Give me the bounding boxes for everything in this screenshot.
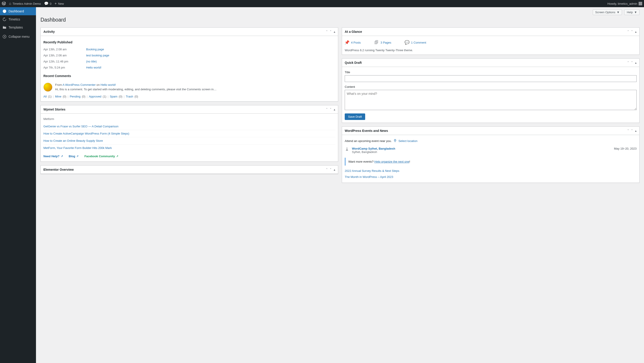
elementor-overview-widget: Elementor Overview ˄ ˅ ▴ (40, 165, 338, 174)
filter-mine[interactable]: Mine (55, 95, 62, 98)
wp-logo-menu[interactable] (2, 1, 6, 6)
post-link[interactable]: Hello world! (86, 66, 102, 69)
admin-bar: ⌂ Timetics Admin Demo 💬 0 + New Howdy, t… (0, 0, 644, 7)
move-down-icon[interactable]: ˅ (330, 168, 332, 171)
comments-menu[interactable]: 💬 0 (44, 2, 52, 5)
glance-pages-link[interactable]: 🗐 3 Pages (374, 40, 391, 45)
move-up-icon[interactable]: ˄ (326, 30, 328, 33)
chevron-down-icon: ▼ (634, 10, 637, 14)
chevron-down-icon: ▼ (617, 10, 620, 14)
post-link[interactable]: Booking page (86, 48, 104, 51)
avatar (638, 2, 642, 5)
admin-sidebar: Dashboard Timetics Templates Collapse me… (0, 7, 36, 363)
screen-options-button[interactable]: Screen Options ▼ (593, 9, 622, 15)
filter-spam-count: (0) (119, 95, 122, 98)
draft-content-textarea[interactable] (345, 90, 636, 110)
need-help-link[interactable]: Need Help? ↗ (44, 155, 63, 158)
comment-from-label: From (55, 83, 62, 86)
collapse-icon (2, 34, 7, 39)
external-link-icon: ↗ (76, 155, 78, 158)
published-item: Apr 7th, 5:24 pm Hello world! (44, 64, 335, 70)
move-down-icon[interactable]: ˅ (631, 61, 633, 64)
comment-author-link[interactable]: A WordPress Commenter (62, 83, 96, 86)
commenter-avatar (44, 83, 52, 92)
toggle-panel-icon[interactable]: ▴ (635, 30, 636, 33)
organize-link[interactable]: Help organize the next one (374, 160, 409, 163)
event-name-link[interactable]: WordCamp Sylhet, Bangladesh (352, 147, 395, 150)
story-link[interactable]: GetGenie vs Frase vs Surfer SEO — A Deta… (44, 123, 335, 130)
comment-excerpt: Hi, this is a comment. To get started wi… (55, 88, 216, 91)
comment-filters: All (1) | Mine (0) | Pending (0) | Appro… (44, 92, 335, 99)
post-link[interactable]: test booking page (86, 54, 109, 57)
toggle-panel-icon[interactable]: ▴ (635, 61, 636, 64)
move-up-icon[interactable]: ˄ (627, 30, 629, 33)
news-link[interactable]: The Month in WordPress – April 2023 (345, 174, 636, 180)
user-menu[interactable]: Howdy, timetics_admin (607, 2, 642, 5)
toggle-panel-icon[interactable]: ▴ (334, 168, 335, 171)
published-item: Apr 13th, 2:08 am Booking page (44, 46, 335, 52)
templates-icon (2, 25, 7, 30)
wordpress-icon (2, 1, 6, 6)
site-name: Timetics Admin Demo (12, 2, 41, 5)
comment-item: From A WordPress Commenter on Hello worl… (44, 80, 335, 92)
post-date: Apr 7th, 5:24 pm (44, 66, 77, 69)
activity-widget: Activity ˄ ˅ ▴ Recently Published Apr 13… (40, 27, 338, 101)
help-button[interactable]: Help ▼ (624, 9, 640, 15)
quickdraft-widget: Quick Draft ˄ ˅ ▴ Title Content Save Dra… (342, 58, 640, 123)
comment-post-link[interactable]: Hello world! (100, 83, 116, 86)
recent-comments-heading: Recent Comments (44, 74, 335, 78)
comment-icon: 💬 (44, 2, 48, 5)
save-draft-button[interactable]: Save Draft (345, 113, 365, 120)
move-down-icon[interactable]: ˅ (631, 30, 633, 33)
move-up-icon[interactable]: ˄ (627, 61, 629, 64)
move-up-icon[interactable]: ˄ (627, 129, 629, 132)
events-near-text: Attend an upcoming event near you. (345, 139, 392, 143)
want-more-text: Want more events? (348, 160, 374, 163)
new-content-menu[interactable]: + New (55, 2, 64, 5)
story-link[interactable]: How to Create ActiveCampaign WordPress F… (44, 130, 335, 137)
move-down-icon[interactable]: ˅ (631, 129, 633, 132)
svg-point-1 (395, 140, 395, 141)
filter-approved[interactable]: Approved (89, 95, 102, 98)
filter-all[interactable]: All (44, 95, 46, 98)
draft-title-input[interactable] (345, 75, 636, 82)
timetics-icon (2, 17, 7, 21)
filter-all-count: (1) (48, 95, 52, 98)
story-list: GetGenie vs Frase vs Surfer SEO — A Deta… (44, 123, 335, 151)
blog-link[interactable]: Blog ↗ (69, 155, 79, 158)
comment-icon: 💬 (405, 40, 409, 45)
event-date: May 19–20, 2023 (614, 147, 636, 150)
filter-mine-count: (0) (63, 95, 66, 98)
comment-count: 0 (50, 2, 52, 5)
story-link[interactable]: How to Create an Online Beauty Supply St… (44, 137, 335, 144)
help-label: Help (627, 10, 633, 14)
title-label: Title (345, 70, 636, 74)
sidebar-item-timetics[interactable]: Timetics (0, 15, 36, 23)
filter-spam[interactable]: Spam (110, 95, 118, 98)
move-up-icon[interactable]: ˄ (326, 108, 328, 111)
facebook-link[interactable]: Facebook Community ↗ (84, 155, 118, 158)
move-up-icon[interactable]: ˄ (326, 168, 328, 171)
news-link[interactable]: 2022 Annual Survey Results & Next Steps (345, 168, 636, 174)
story-link[interactable]: MetForm, Your Favorite Form Builder Hits… (44, 144, 335, 151)
move-down-icon[interactable]: ˅ (330, 108, 332, 111)
site-name-menu[interactable]: ⌂ Timetics Admin Demo (9, 2, 41, 5)
toggle-panel-icon[interactable]: ▴ (334, 30, 335, 33)
sidebar-item-dashboard[interactable]: Dashboard (0, 7, 36, 15)
sidebar-item-templates[interactable]: Templates (0, 23, 36, 31)
toggle-panel-icon[interactable]: ▴ (334, 108, 335, 111)
toggle-panel-icon[interactable]: ▴ (635, 129, 636, 132)
select-location-link[interactable]: Select location (398, 139, 418, 143)
glance-posts-link[interactable]: 📌 4 Posts (345, 40, 361, 45)
new-label: New (58, 2, 64, 5)
filter-trash-count: (0) (134, 95, 138, 98)
post-link[interactable]: (no title) (86, 60, 97, 63)
filter-pending-count: (0) (82, 95, 86, 98)
wpmet-title: Wpmet Stories (44, 108, 66, 111)
move-down-icon[interactable]: ˅ (330, 30, 332, 33)
filter-trash[interactable]: Trash (126, 95, 133, 98)
filter-pending[interactable]: Pending (70, 95, 80, 98)
glance-comments-link[interactable]: 💬 1 Comment (405, 40, 426, 45)
sidebar-item-collapse[interactable]: Collapse menu (0, 32, 36, 41)
event-item: WordCamp Sylhet, Bangladesh Sylhet, Bang… (345, 145, 636, 155)
